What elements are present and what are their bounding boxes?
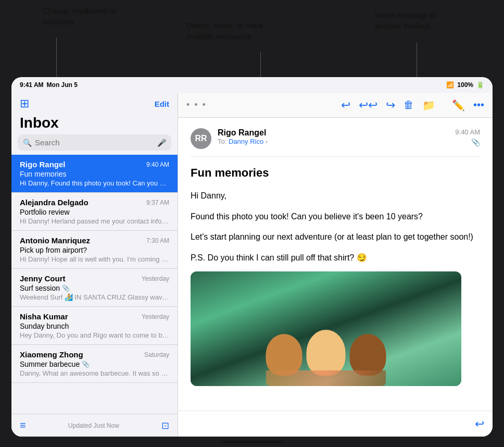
email-item[interactable]: Rigo Rangel 9:40 AM Fun memories Hi Dann… [11, 155, 178, 193]
forward-button[interactable]: ↪ [386, 98, 395, 112]
battery-icon: 🔋 [476, 81, 484, 89]
email-time: 9:37 AM [146, 199, 169, 206]
status-bar-right: 📶 100% 🔋 [446, 81, 484, 89]
attachment-icon: 📎 [62, 284, 70, 292]
move-folder-button[interactable]: 📁 [422, 99, 435, 111]
status-time: 9:41 AM [20, 81, 44, 89]
email-time: 9:40 AM [146, 161, 169, 168]
email-subject: Sunday brunch [20, 322, 169, 330]
callout-change-mailboxes: Change mailboxes or accounts [43, 5, 117, 27]
callout-line-1 [56, 38, 57, 80]
body-para-1: Hi Danny, [191, 189, 480, 203]
detail-toolbar-left: • • • [186, 100, 207, 110]
email-subject: Surf session 📎 [20, 284, 169, 292]
reply-footer-button[interactable]: ↩ [475, 417, 484, 431]
compose-button[interactable]: ✏️ [452, 99, 465, 111]
wifi-icon: 📶 [446, 81, 454, 89]
callout-line-3 [417, 43, 417, 81]
email-preview: Weekend Surf 🏄 IN SANTA CRUZ Glassy wave… [20, 293, 169, 301]
status-bar: 9:41 AM Mon Jun 5 📶 100% 🔋 [11, 77, 493, 93]
battery-status: 100% [457, 81, 473, 89]
email-list: Rigo Rangel 9:40 AM Fun memories Hi Dann… [11, 155, 178, 414]
attachment-icon: 📎 [82, 361, 90, 368]
new-window-button[interactable]: ⊡ [161, 420, 169, 431]
email-subject: Portfolio review [20, 208, 169, 216]
detail-recipient[interactable]: Danny Rico [229, 138, 263, 145]
email-sender: Xiaomeng Zhong [20, 350, 83, 359]
email-time: Yesterday [142, 313, 169, 320]
detail-timestamp: 9:40 AM [455, 128, 480, 136]
callout-move-mailbox: Move message to another mailbox [375, 9, 436, 31]
email-time: Saturday [144, 351, 169, 358]
body-para-4: P.S. Do you think I can still pull off t… [191, 251, 480, 265]
attachment-indicator: 📎 [471, 138, 480, 146]
email-preview: Hi Danny! Hope all is well with you. I'm… [20, 255, 169, 263]
reply-all-button[interactable]: ↩↩ [359, 98, 377, 112]
reply-button[interactable]: ↩ [341, 98, 350, 112]
email-preview: Hi Danny, Found this photo you took! Can… [20, 179, 169, 187]
email-time: Yesterday [142, 275, 169, 282]
sidebar: ⊞ Edit Inbox 🔍 🎤 Rigo Rangel 9:40 AM [11, 93, 178, 437]
email-item[interactable]: Nisha Kumar Yesterday Sunday brunch Hey … [11, 307, 178, 345]
sidebar-footer: ≡ Updated Just Now ⊡ [11, 414, 178, 437]
email-preview: Hey Danny, Do you and Rigo want to come … [20, 331, 169, 339]
search-icon: 🔍 [23, 139, 32, 147]
email-subject: Pick up from airport? [20, 246, 169, 254]
sidebar-toggle-button[interactable]: ⊞ [20, 97, 29, 110]
filter-button[interactable]: ≡ [20, 419, 26, 431]
detail-meta: Rigo Rangel To: Danny Rico › [218, 128, 449, 145]
email-sender: Alejandra Delgado [20, 198, 89, 207]
main-content: ⊞ Edit Inbox 🔍 🎤 Rigo Rangel 9:40 AM [11, 93, 493, 437]
avatar: RR [191, 128, 211, 149]
status-date: Mon Jun 5 [47, 81, 78, 89]
body-para-2: Found this photo you took! Can you belie… [191, 210, 480, 223]
trash-button[interactable]: 🗑 [404, 99, 414, 111]
email-subject: Summer barbecue 📎 [20, 360, 169, 368]
email-photo [191, 271, 461, 386]
detail-content: RR Rigo Rangel To: Danny Rico › 9:40 AM … [178, 118, 493, 411]
email-subject-line: Fun memories [191, 166, 480, 180]
email-sender: Jenny Court [20, 274, 66, 283]
more-dots: • • • [186, 100, 207, 110]
microphone-icon[interactable]: 🎤 [157, 139, 166, 147]
email-item[interactable]: Antonio Manriquez 7:30 AM Pick up from a… [11, 231, 178, 269]
sidebar-toolbar: ⊞ Edit [11, 93, 178, 114]
detail-toolbar-right: ↩ ↩↩ ↪ 🗑 📁 ✏️ ••• [341, 98, 484, 112]
status-bar-left: 9:41 AM Mon Jun 5 [20, 81, 78, 89]
detail-sender-name: Rigo Rangel [218, 128, 449, 138]
callout-delete-move: Delete, move, or mark multiple messages [186, 20, 263, 42]
email-item[interactable]: Alejandra Delgado 9:37 AM Portfolio revi… [11, 193, 178, 231]
email-sender: Rigo Rangel [20, 160, 66, 169]
footer-status: Updated Just Now [68, 422, 119, 429]
email-item[interactable]: Xiaomeng Zhong Saturday Summer barbecue … [11, 345, 178, 383]
avatar-initials: RR [195, 134, 207, 143]
email-body: Hi Danny, Found this photo you took! Can… [191, 189, 480, 264]
edit-button[interactable]: Edit [155, 100, 169, 108]
email-sender: Antonio Manriquez [20, 236, 90, 245]
email-time: 7:30 AM [146, 237, 169, 244]
email-preview: Hi Danny! Herland passed me your contact… [20, 217, 169, 225]
detail-footer: ↩ [178, 411, 493, 437]
detail-toolbar: • • • ↩ ↩↩ ↪ 🗑 📁 ✏️ ••• [178, 93, 493, 118]
email-preview: Danny, What an awesome barbecue. It was … [20, 369, 169, 377]
email-subject: Fun memories [20, 170, 169, 178]
options-button[interactable]: ••• [473, 99, 484, 111]
email-item[interactable]: Jenny Court Yesterday Surf session 📎 Wee… [11, 269, 178, 307]
ipad-frame: 9:41 AM Mon Jun 5 📶 100% 🔋 ⊞ Edit Inbox … [11, 77, 493, 437]
detail-to: To: Danny Rico › [218, 138, 449, 145]
email-detail-header: RR Rigo Rangel To: Danny Rico › 9:40 AM … [191, 128, 480, 157]
email-sender: Nisha Kumar [20, 312, 68, 321]
search-input[interactable] [35, 138, 154, 147]
inbox-title: Inbox [11, 114, 178, 134]
search-bar[interactable]: 🔍 🎤 [18, 134, 171, 151]
home-indicator [221, 441, 283, 443]
body-para-3: Let's start planning our next adventure … [191, 230, 480, 244]
email-detail: • • • ↩ ↩↩ ↪ 🗑 📁 ✏️ ••• RR [178, 93, 493, 437]
